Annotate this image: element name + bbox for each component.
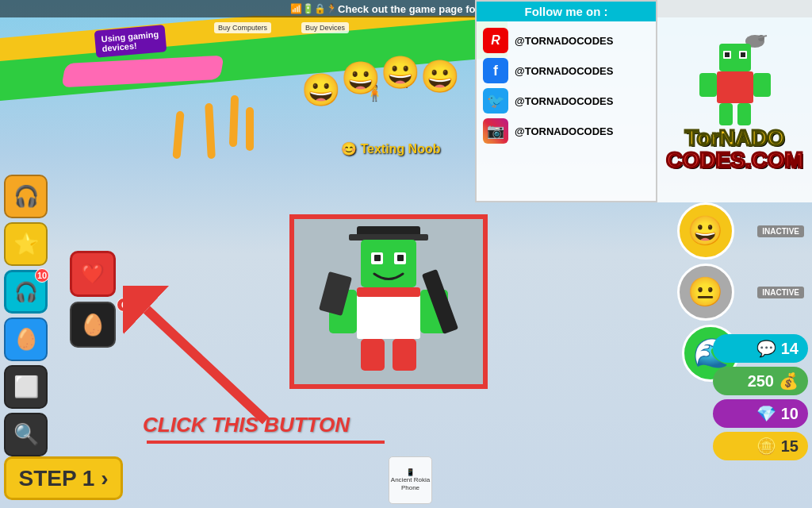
obstacle-3 [229, 95, 239, 147]
character-display [289, 214, 488, 389]
search-icon: 🔍 [13, 422, 39, 447]
step1-label: STEP 1 › [18, 466, 108, 491]
svg-rect-3 [349, 234, 428, 241]
egg-button[interactable]: 🥚 [4, 318, 48, 361]
step1-button[interactable]: STEP 1 › [4, 456, 123, 500]
floating-emoji-2: 😀 [341, 60, 381, 97]
diamond-icon: 💎 [756, 404, 776, 423]
gray-avatar: 😐 [677, 264, 734, 321]
obstacle-4 [246, 107, 254, 151]
svg-rect-24 [741, 52, 745, 57]
follow-row-twitter: 🐦 @TORNADOCODES [483, 88, 649, 114]
svg-rect-10 [357, 287, 420, 297]
svg-rect-13 [361, 339, 385, 371]
emoji-avatar: 😀 [677, 202, 734, 260]
roblox-handle: @TORNADOCODES [515, 35, 613, 47]
ancient-phone-button[interactable]: 📱 Ancient Rokia Phone [389, 456, 432, 504]
square-icon: ⬜ [13, 375, 39, 399]
egg2-icon: 🥚 [80, 313, 105, 337]
search-button[interactable]: 🔍 [4, 413, 48, 456]
bottom-right-stats: 💬 14 250 💰 💎 10 🪙 15 [713, 334, 808, 460]
tornado-codes-panel: TorNADOCODES.COM [657, 0, 812, 202]
egg2-button[interactable]: 🥚 [70, 302, 116, 348]
svg-rect-29 [737, 103, 751, 125]
follow-row-instagram: 📷 @TORNADOCODES [483, 118, 649, 144]
floating-emoji-1: 😀 [301, 71, 341, 109]
run-icon: 🏃 [326, 3, 338, 14]
messages-count: 14 [781, 340, 799, 358]
svg-rect-27 [753, 73, 771, 97]
tornado-codes-text: TorNADOCODES.COM [666, 127, 803, 171]
badge-6: 6 [117, 298, 131, 312]
signal-icon: 📶 [290, 3, 302, 14]
tornado-roblox-figure [699, 32, 771, 127]
obstacle-2 [205, 103, 216, 159]
coins-count: 250 [748, 372, 774, 391]
messages-stat: 💬 14 [713, 334, 808, 363]
phone-label: Ancient Rokia Phone [389, 476, 431, 491]
follow-panel: Follow me on : R @TORNADOCODES f @TORNAD… [475, 0, 657, 202]
coin-icon: 💰 [779, 371, 799, 391]
twitter-handle: @TORNADOCODES [515, 95, 613, 107]
star-button[interactable]: ⭐ [4, 222, 48, 266]
avatar-row-1: 😀 INACTIVE [657, 202, 812, 260]
wifi-icon: 🔋 [302, 3, 314, 14]
battery-icon: 🔒 [314, 3, 326, 14]
tokens-count: 15 [781, 437, 799, 456]
character-svg [317, 222, 460, 381]
twitter-icon: 🐦 [483, 88, 508, 114]
heart-icon: ❤️ [81, 263, 105, 285]
avatar-row-2: 😐 INACTIVE [657, 264, 812, 321]
tokens-stat: 🪙 15 [713, 432, 808, 460]
instagram-icon: 📷 [483, 118, 508, 144]
headphones2-button[interactable]: 10 🎧 [4, 270, 48, 314]
click-instruction: CLICK THIS BUTTON [143, 413, 350, 437]
star-icon: ⭐ [13, 232, 39, 256]
diamonds-stat: 💎 10 [713, 399, 808, 428]
inactive-badge-2: INACTIVE [757, 287, 804, 298]
obstacle-1 [172, 111, 184, 160]
click-underline [147, 441, 385, 444]
facebook-handle: @TORNADOCODES [515, 65, 613, 77]
svg-rect-8 [397, 255, 404, 261]
svg-rect-26 [699, 73, 717, 97]
instagram-handle: @TORNADOCODES [515, 125, 613, 137]
egg-icon: 🥚 [13, 327, 39, 352]
svg-rect-23 [725, 52, 730, 57]
follow-title: Follow me on : [477, 2, 656, 21]
heart-button[interactable]: ❤️ [70, 251, 116, 297]
tornado-codes-line2: CODES.COM [666, 148, 803, 172]
badge-10: 10 [35, 268, 49, 283]
headphones2-icon: 🎧 [14, 281, 38, 303]
diamonds-count: 10 [781, 405, 799, 423]
roblox-icon: R [483, 28, 508, 53]
svg-rect-25 [717, 71, 753, 103]
phone-icon: 📱 [406, 468, 415, 476]
buy-sign-1: Buy Computers [214, 22, 271, 33]
floating-emoji-3: 😀 [381, 54, 420, 91]
chat-icon: 💬 [756, 339, 776, 358]
facebook-icon: f [483, 58, 508, 83]
gem-icon: 🪙 [756, 437, 776, 456]
follow-row-facebook: f @TORNADOCODES [483, 58, 649, 83]
floating-emoji-4: 😀 [420, 58, 460, 95]
inactive-badge-1: INACTIVE [757, 225, 804, 237]
headphones-button[interactable]: 🎧 [4, 175, 48, 218]
left-sidebar: 🎧 ⭐ 10 🎧 🥚 ⬜ 🔍 [4, 175, 48, 456]
svg-rect-28 [719, 103, 733, 125]
square-button[interactable]: ⬜ [4, 365, 48, 409]
buy-sign-2: Buy Devices [301, 22, 349, 33]
texting-noob-label: Texting Noob [341, 141, 440, 156]
coins-stat: 250 💰 [713, 367, 808, 395]
svg-rect-7 [374, 255, 381, 261]
follow-row-roblox: R @TORNADOCODES [483, 28, 649, 53]
svg-rect-14 [393, 339, 416, 371]
headphones-icon: 🎧 [13, 184, 39, 209]
